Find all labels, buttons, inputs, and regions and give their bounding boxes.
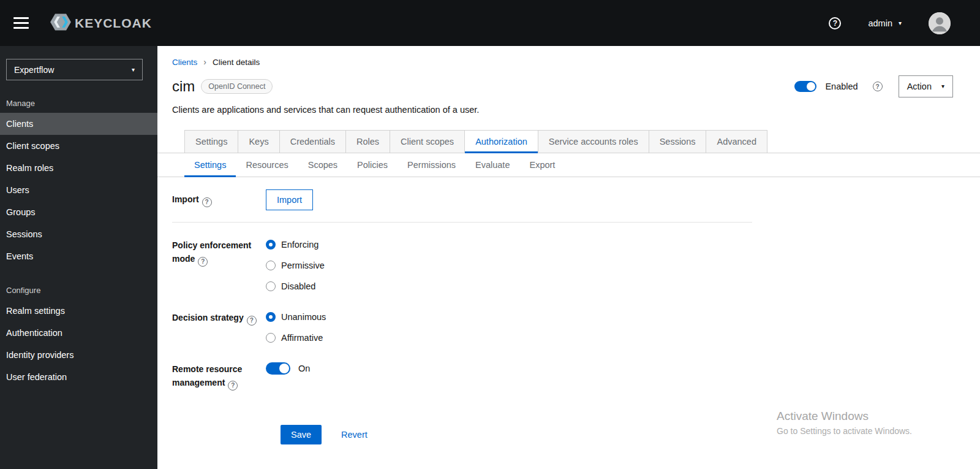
policy-enforcement-mode-row: Policy enforcement mode? Enforcing Permi… — [172, 238, 980, 292]
radio-affirmative-input — [266, 333, 276, 343]
page-layout: Expertflow ▾ Manage Clients Client scope… — [0, 46, 980, 469]
app-root: KEYCLOAK ? admin ▾ Expertflow ▾ — [0, 0, 980, 469]
client-description: Clients are applications and services th… — [172, 105, 965, 115]
radio-disabled[interactable]: Disabled — [266, 280, 325, 292]
sidebar-item-authentication[interactable]: Authentication — [0, 322, 157, 344]
sidebar-item-realm-settings[interactable]: Realm settings — [0, 300, 157, 322]
import-button[interactable]: Import — [266, 189, 313, 210]
decision-strategy-radio-group: Unanimous Affirmative — [266, 311, 326, 344]
chevron-down-icon: ▾ — [132, 67, 135, 73]
sidebar-item-events[interactable]: Events — [0, 245, 157, 267]
remote-resource-toggle[interactable] — [266, 362, 290, 375]
sidebar-item-realm-roles[interactable]: Realm roles — [0, 157, 157, 179]
tab-roles[interactable]: Roles — [346, 130, 390, 153]
tab-sessions[interactable]: Sessions — [649, 130, 707, 153]
policy-help-icon[interactable]: ? — [198, 257, 208, 267]
keycloak-logo[interactable]: KEYCLOAK — [50, 11, 152, 36]
section-divider — [172, 222, 752, 223]
breadcrumb-separator-icon: › — [203, 57, 206, 67]
revert-button[interactable]: Revert — [341, 430, 368, 440]
decision-help-icon[interactable]: ? — [247, 316, 257, 326]
radio-enforcing[interactable]: Enforcing — [266, 238, 325, 251]
tab-settings[interactable]: Settings — [184, 130, 238, 153]
topbar-right: ? admin ▾ — [829, 12, 951, 34]
policy-enforcement-radio-group: Enforcing Permissive Disabled — [266, 238, 325, 292]
tab-keys[interactable]: Keys — [238, 130, 279, 153]
remote-resource-management-row: Remote resource management? On — [172, 362, 980, 391]
watermark-line1: Activate Windows — [777, 410, 912, 423]
user-menu[interactable]: admin ▾ — [868, 18, 902, 28]
sidebar-item-sessions[interactable]: Sessions — [0, 223, 157, 245]
subtab-resources[interactable]: Resources — [236, 153, 298, 177]
sidebar-item-identity-providers[interactable]: Identity providers — [0, 344, 157, 366]
remote-help-icon[interactable]: ? — [228, 381, 238, 391]
realm-selector[interactable]: Expertflow ▾ — [6, 59, 143, 80]
radio-unanimous-input — [266, 312, 276, 322]
chevron-down-icon: ▾ — [899, 20, 902, 26]
remote-toggle-state-label: On — [298, 362, 310, 375]
help-icon[interactable]: ? — [829, 17, 841, 29]
sidebar-nav: Manage Clients Client scopes Realm roles… — [0, 93, 157, 388]
realm-name: Expertflow — [14, 65, 54, 75]
tab-client-scopes[interactable]: Client scopes — [390, 130, 465, 153]
enabled-label: Enabled — [825, 82, 858, 91]
sidebar-item-clients[interactable]: Clients — [0, 113, 157, 135]
sidebar-item-user-federation[interactable]: User federation — [0, 366, 157, 388]
breadcrumb: Clients › Client details — [172, 57, 980, 67]
sidebar-item-users[interactable]: Users — [0, 179, 157, 201]
sidebar: Expertflow ▾ Manage Clients Client scope… — [0, 46, 157, 469]
tab-authorization[interactable]: Authorization — [465, 130, 538, 153]
policy-enforcement-mode-label: Policy enforcement mode? — [172, 238, 266, 267]
watermark-line2: Go to Settings to activate Windows. — [777, 426, 912, 436]
keycloak-logo-icon — [50, 11, 72, 36]
action-label: Action — [907, 82, 932, 91]
authorization-subtabs: Settings Resources Scopes Policies Permi… — [157, 153, 980, 177]
subtab-settings[interactable]: Settings — [184, 153, 236, 177]
enabled-toggle[interactable] — [794, 81, 816, 92]
decision-strategy-label: Decision strategy? — [172, 311, 266, 326]
client-header: cim OpenID Connect Enabled ? Action ▾ — [172, 75, 953, 97]
tab-service-accounts-roles[interactable]: Service accounts roles — [538, 130, 649, 153]
avatar[interactable] — [929, 12, 951, 34]
enabled-help-icon[interactable]: ? — [873, 82, 883, 91]
decision-strategy-row: Decision strategy? Unanimous Affirmative — [172, 311, 980, 344]
tab-advanced[interactable]: Advanced — [706, 130, 767, 153]
radio-enforcing-input — [266, 240, 276, 250]
nav-section-manage: Manage — [0, 93, 157, 113]
radio-affirmative[interactable]: Affirmative — [266, 332, 326, 344]
save-button[interactable]: Save — [281, 425, 322, 444]
subtab-scopes[interactable]: Scopes — [298, 153, 347, 177]
activate-windows-watermark: Activate Windows Go to Settings to activ… — [777, 410, 912, 436]
import-row: Import? Import — [172, 189, 980, 210]
import-help-icon[interactable]: ? — [202, 197, 212, 207]
breadcrumb-link-clients[interactable]: Clients — [172, 58, 197, 67]
user-name: admin — [868, 18, 892, 28]
subtab-permissions[interactable]: Permissions — [398, 153, 466, 177]
chevron-down-icon: ▾ — [941, 83, 944, 90]
subtab-export[interactable]: Export — [519, 153, 565, 177]
import-label: Import? — [172, 193, 266, 207]
page-title: cim — [172, 78, 195, 95]
topbar: KEYCLOAK ? admin ▾ — [0, 0, 980, 46]
radio-permissive[interactable]: Permissive — [266, 259, 325, 272]
sidebar-item-client-scopes[interactable]: Client scopes — [0, 135, 157, 157]
sidebar-item-groups[interactable]: Groups — [0, 201, 157, 223]
client-tabs: Settings Keys Credentials Roles Client s… — [157, 130, 980, 153]
brand-text: KEYCLOAK — [75, 16, 152, 31]
nav-section-configure: Configure — [0, 280, 157, 300]
action-dropdown-button[interactable]: Action ▾ — [899, 75, 953, 97]
subtab-evaluate[interactable]: Evaluate — [466, 153, 519, 177]
hamburger-menu-button[interactable] — [13, 17, 29, 29]
authorization-settings-form: Import? Import Policy enforcement mode? … — [172, 189, 980, 444]
client-header-controls: Enabled ? Action ▾ — [794, 75, 953, 97]
main-content: Clients › Client details cim OpenID Conn… — [157, 46, 980, 469]
radio-permissive-input — [266, 261, 276, 270]
protocol-badge: OpenID Connect — [201, 79, 273, 94]
subtab-policies[interactable]: Policies — [347, 153, 398, 177]
tab-credentials[interactable]: Credentials — [280, 130, 346, 153]
radio-disabled-input — [266, 281, 276, 291]
radio-unanimous[interactable]: Unanimous — [266, 311, 326, 323]
breadcrumb-current: Client details — [213, 58, 260, 67]
remote-resource-management-label: Remote resource management? — [172, 362, 266, 391]
